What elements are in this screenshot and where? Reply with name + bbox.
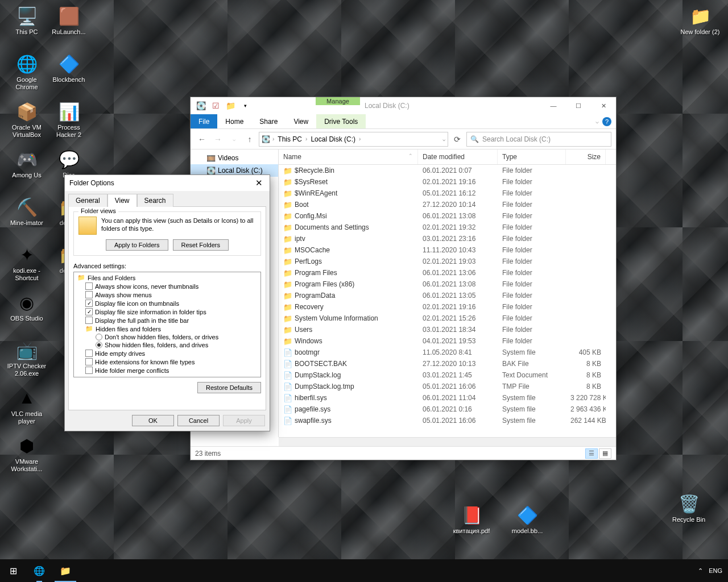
file-row[interactable]: 📄DumpStack.log.tmp 05.01.2021 16:06 TMP … [279, 381, 616, 392]
nav-videos[interactable]: 🎞️Videos [191, 152, 278, 164]
tree-item[interactable]: Don't show hidden files, folders, or dri… [75, 333, 259, 341]
address-bar[interactable]: 💽 › This PC › Local Disk (C:) › ⌵ [259, 132, 448, 147]
apply-button[interactable]: Apply [223, 415, 265, 426]
tree-item[interactable]: 📁Files and Folders [75, 273, 259, 282]
col-type[interactable]: Type [498, 149, 566, 164]
minimize-button[interactable]: ― [541, 97, 566, 114]
file-row[interactable]: 📁$WinREAgent 05.01.2021 16:12 File folde… [279, 188, 616, 199]
file-row[interactable]: 📁Recovery 02.01.2021 19:16 File folder [279, 301, 616, 313]
file-row[interactable]: 📄pagefile.sys 06.01.2021 0:16 System fil… [279, 404, 616, 415]
taskbar[interactable]: ⊞ 🌐 📁 ⌃ ENG [0, 559, 728, 582]
file-row[interactable]: 📄hiberfil.sys 06.01.2021 11:04 System fi… [279, 392, 616, 404]
checkbox[interactable]: ✓ [85, 300, 93, 307]
tab-home[interactable]: Home [217, 114, 251, 128]
checkbox[interactable] [85, 350, 93, 357]
tree-item[interactable]: Show hidden files, folders, and drives [75, 341, 259, 349]
file-row[interactable]: 📄DumpStack.log 03.01.2021 1:45 Text Docu… [279, 369, 616, 381]
start-button[interactable]: ⊞ [0, 559, 26, 582]
file-row[interactable]: 📁Program Files 06.01.2021 13:06 File fol… [279, 267, 616, 278]
tree-item[interactable]: 📁Hidden files and folders [75, 325, 259, 333]
file-row[interactable]: 📄BOOTSECT.BAK 27.12.2020 10:13 BAK File … [279, 358, 616, 369]
tree-item[interactable]: Hide empty drives [75, 349, 259, 357]
tab-search[interactable]: Search [137, 194, 173, 207]
qat-dropdown-icon[interactable]: ▾ [239, 100, 251, 111]
radio[interactable] [96, 342, 102, 348]
tab-view[interactable]: View [107, 194, 137, 207]
back-button[interactable]: ← [195, 132, 209, 146]
tree-item[interactable]: ✓Display file size information in folder… [75, 307, 259, 316]
breadcrumb-drive[interactable]: Local Disk (C:) [309, 135, 357, 143]
chevron-right-icon[interactable]: › [359, 136, 361, 142]
file-row[interactable]: 📁PerfLogs 02.01.2021 19:03 File folder [279, 256, 616, 267]
radio[interactable] [96, 334, 102, 340]
cancel-button[interactable]: Cancel [177, 415, 220, 426]
tree-item[interactable]: Hide folder merge conflicts [75, 366, 259, 375]
file-row[interactable]: 📁iptv 03.01.2021 23:16 File folder [279, 233, 616, 244]
taskbar-explorer[interactable]: 📁 [52, 559, 78, 582]
col-name[interactable]: Name ⌃ [279, 149, 418, 164]
file-row[interactable]: 📄bootmgr 11.05.2020 8:41 System file 405… [279, 347, 616, 358]
file-row[interactable]: 📁$Recycle.Bin 06.01.2021 0:07 File folde… [279, 165, 616, 176]
desktop-icon[interactable]: ✦kodi.exe - Shortcut [7, 240, 47, 285]
col-size[interactable]: Size [566, 149, 606, 164]
col-date[interactable]: Date modified [418, 149, 498, 164]
desktop-icon[interactable]: 🎮Among Us [7, 144, 47, 190]
address-dropdown-icon[interactable]: ⌵ [442, 136, 445, 142]
up-button[interactable]: ↑ [243, 132, 257, 146]
chevron-right-icon[interactable]: › [305, 136, 307, 142]
icons-view-button[interactable]: ▦ [599, 448, 611, 459]
desktop-icon[interactable]: 🔷model.bb... [507, 500, 547, 546]
desktop-icon[interactable]: ▲VLC media player [7, 383, 47, 429]
tab-general[interactable]: General [68, 194, 107, 207]
file-row[interactable]: 📁Documents and Settings 02.01.2021 19:32… [279, 222, 616, 233]
new-folder-icon[interactable]: 📁 [225, 100, 236, 111]
desktop-icon[interactable]: 📁New folder (2) [680, 1, 720, 47]
restore-defaults-button[interactable]: Restore Defaults [197, 382, 261, 393]
desktop-icon[interactable]: 📕квитация.pdf [452, 500, 491, 546]
tree-item[interactable]: Always show icons, never thumbnails [75, 282, 259, 290]
ok-button[interactable]: OK [132, 415, 174, 426]
forward-button[interactable]: → [211, 132, 225, 146]
desktop-icon[interactable]: ◉OBS Studio [7, 288, 47, 333]
file-row[interactable]: 📁Windows 04.01.2021 19:53 File folder [279, 335, 616, 347]
taskbar-chrome[interactable]: 🌐 [26, 559, 52, 582]
maximize-button[interactable]: ☐ [566, 97, 591, 114]
help-icon[interactable]: ? [602, 117, 611, 126]
tab-view[interactable]: View [286, 114, 316, 128]
tree-item[interactable]: Hide extensions for known file types [75, 357, 259, 366]
checkbox[interactable] [85, 358, 93, 365]
tab-file[interactable]: File [191, 114, 217, 128]
file-list[interactable]: Name ⌃ Date modified Type Size 📁$Recycle… [279, 149, 616, 437]
explorer-titlebar[interactable]: 💽 ☑ 📁 ▾ Local Disk (C:) ― ☐ ✕ [191, 97, 616, 114]
tree-item[interactable]: Always show menus [75, 290, 259, 299]
tab-share[interactable]: Share [251, 114, 286, 128]
ribbon-collapse-icon[interactable]: ⌵ [595, 118, 599, 124]
tree-item[interactable]: ✓Display file icon on thumbnails [75, 299, 259, 307]
desktop-icon[interactable]: 📊Process Hacker 2 [49, 97, 89, 142]
checkbox[interactable]: ✓ [85, 308, 93, 315]
checkbox[interactable] [85, 317, 93, 324]
dialog-titlebar[interactable]: Folder Options ✕ [65, 175, 270, 191]
desktop-icon[interactable]: 📺IPTV Checker 2.06.exe [7, 335, 47, 381]
search-input[interactable]: 🔍 Search Local Disk (C:) [466, 132, 611, 147]
close-icon[interactable]: ✕ [253, 178, 265, 188]
desktop-icon[interactable]: 🖥️This PC [7, 1, 47, 47]
desktop-icon[interactable]: ⬢VMware Workstati... [7, 431, 47, 476]
checkbox[interactable] [85, 367, 93, 374]
tree-item[interactable]: Display the full path in the title bar [75, 316, 259, 325]
desktop-icon[interactable]: 📦Oracle VM VirtualBox [7, 97, 47, 142]
desktop-icon[interactable]: 🌐Google Chrome [7, 49, 47, 94]
apply-to-folders-button[interactable]: Apply to Folders [106, 239, 168, 251]
close-button[interactable]: ✕ [591, 97, 616, 114]
details-view-button[interactable]: ☰ [585, 448, 598, 459]
chevron-right-icon[interactable]: › [272, 136, 274, 142]
language-indicator[interactable]: ENG [709, 567, 722, 574]
desktop-icon[interactable]: 🟫RuLaunch... [49, 1, 89, 47]
file-row[interactable]: 📁$SysReset 02.01.2021 19:16 File folder [279, 176, 616, 188]
desktop-icon[interactable]: ⛏️Mine-imator [7, 192, 47, 238]
desktop-icon[interactable]: 🔷Blockbench [49, 49, 89, 94]
file-row[interactable]: 📁ProgramData 06.01.2021 13:05 File folde… [279, 290, 616, 301]
recycle-bin[interactable]: 🗑️ Recycle Bin [669, 489, 709, 534]
tab-drive-tools[interactable]: Drive Tools [316, 114, 366, 128]
checkbox[interactable] [85, 291, 93, 298]
